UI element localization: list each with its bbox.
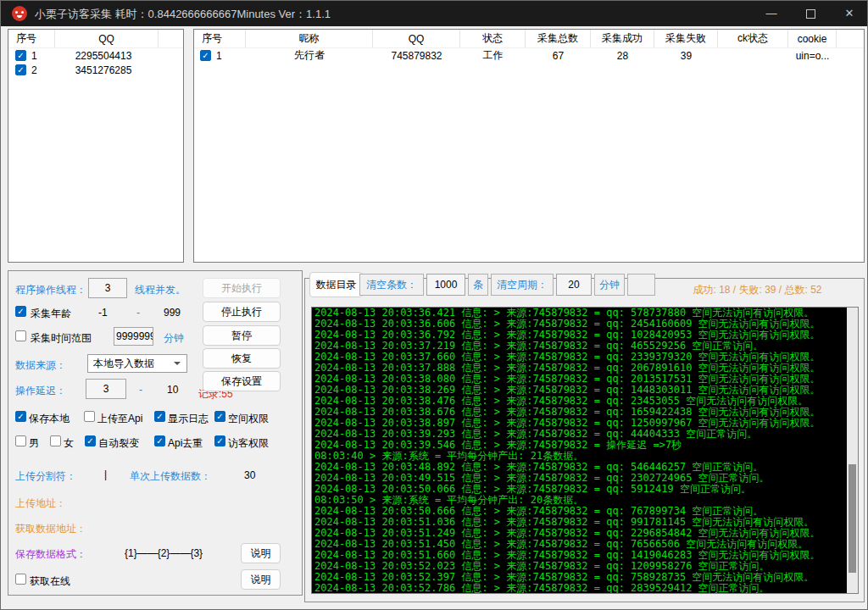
data-source-value: 本地导入数据 — [93, 357, 154, 371]
column-header-cookie[interactable]: cookie — [788, 30, 837, 47]
male-checkbox[interactable] — [15, 435, 26, 446]
accounts-list-header: 序号 QQ — [8, 30, 183, 48]
upload-api-checkbox[interactable] — [84, 411, 95, 422]
worker-row[interactable]: 1 先行者 745879832 工作 67 28 39 uin=o... — [194, 48, 864, 63]
delay-input[interactable]: 3 — [86, 379, 126, 399]
data-dir-button[interactable]: 数据目录 — [309, 272, 363, 297]
column-header-status[interactable]: 状态 — [460, 30, 526, 47]
show-log-label: 显示日志 — [168, 412, 209, 426]
stats-label: 成功: 18 / 失败: 39 / 总数: 52 — [658, 283, 857, 297]
auto-fission-checkbox[interactable] — [85, 435, 96, 446]
row-checkbox[interactable] — [200, 50, 211, 61]
data-source-label: 数据来源： — [15, 358, 66, 373]
upload-address-label: 上传地址： — [15, 496, 66, 511]
save-format-label: 保存数据格式： — [15, 547, 86, 562]
column-header-success[interactable]: 采集成功 — [591, 30, 654, 47]
time-range-checkbox[interactable] — [15, 330, 26, 341]
clear-count-input[interactable]: 1000 — [426, 274, 465, 296]
column-header-fail[interactable]: 采集失败 — [654, 30, 718, 47]
age-checkbox[interactable] — [15, 306, 26, 317]
window-title: 小栗子访客采集 耗时：0.8442666666667Minutes Ver：1.… — [35, 7, 331, 22]
visitor-perm-checkbox[interactable] — [214, 435, 225, 446]
row-index: 1 — [216, 50, 246, 62]
save-local-label: 保存本地 — [29, 412, 70, 426]
minimize-button[interactable]: — — [752, 1, 791, 26]
split-char-value[interactable]: | — [104, 469, 107, 480]
chevron-down-icon — [174, 362, 181, 369]
log-line: 2024-08-13 20:03:52.786 信息: > 来源:7458798… — [312, 583, 858, 594]
api-dedup-checkbox[interactable] — [154, 435, 165, 446]
delay-label: 操作延迟： — [15, 384, 66, 398]
row-success: 28 — [591, 50, 654, 62]
column-header-qq[interactable]: QQ — [55, 30, 159, 47]
show-log-checkbox[interactable] — [154, 411, 165, 422]
resume-button[interactable]: 恢复 — [203, 348, 281, 369]
row-nickname: 先行者 — [246, 48, 373, 63]
maximize-button[interactable] — [791, 1, 830, 26]
app-icon — [12, 6, 27, 21]
format-help-button[interactable]: 说明 — [241, 543, 281, 563]
age-min-value[interactable]: -1 — [98, 307, 108, 319]
male-label: 男 — [29, 436, 39, 451]
clear-cycle-label: 清空周期： — [491, 274, 554, 296]
column-header-nickname[interactable]: 昵称 — [246, 30, 373, 47]
log-terminal: 2024-08-13 20:03:36.421 信息: > 来源:7458798… — [311, 307, 859, 594]
column-header-total[interactable]: 采集总数 — [526, 30, 591, 47]
thread-label: 程序操作线程： — [15, 283, 86, 297]
stop-button[interactable]: 停止执行 — [203, 302, 281, 322]
row-checkbox[interactable] — [15, 50, 26, 61]
batch-size-label: 单次上传数据数： — [130, 469, 211, 484]
app-window: 小栗子访客采集 耗时：0.8442666666667Minutes Ver：1.… — [0, 0, 868, 610]
batch-size-value[interactable]: 30 — [244, 469, 255, 481]
clear-count-unit-label: 条 — [468, 274, 488, 296]
column-header-blank — [159, 30, 183, 47]
row-checkbox[interactable] — [15, 64, 26, 75]
get-online-label: 获取在线 — [30, 574, 70, 589]
column-header-index[interactable]: 序号 — [194, 30, 246, 47]
row-index: 2 — [31, 64, 53, 76]
column-header-ck[interactable]: ck状态 — [718, 30, 788, 47]
get-online-checkbox[interactable] — [15, 574, 26, 585]
scrollbar-thumb[interactable] — [849, 464, 856, 573]
fetch-address-label: 获取数据地址： — [15, 522, 86, 536]
workers-list-header: 序号 昵称 QQ 状态 采集总数 采集成功 采集失败 ck状态 cookie — [194, 30, 864, 48]
data-source-select[interactable]: 本地导入数据 — [87, 354, 187, 373]
row-qq: 3451276285 — [53, 64, 153, 76]
save-format-value[interactable]: {1}——{2}——{3} — [125, 547, 203, 559]
thread-input[interactable]: 3 — [88, 278, 127, 298]
row-qq: 2295504413 — [53, 50, 153, 62]
split-char-label: 上传分割符： — [15, 469, 76, 484]
column-header-qq[interactable]: QQ — [373, 30, 460, 47]
space-perm-checkbox[interactable] — [214, 411, 225, 422]
clear-cycle-input[interactable]: 20 — [556, 274, 592, 296]
time-range-label: 采集时间范围 — [31, 331, 92, 346]
column-header-blank — [837, 30, 864, 47]
save-settings-button[interactable]: 保存设置 — [203, 371, 281, 391]
female-label: 女 — [64, 436, 74, 451]
log-scrollbar[interactable] — [847, 308, 858, 593]
column-header-index[interactable]: 序号 — [8, 30, 55, 47]
delay-dash: - — [139, 384, 142, 396]
time-range-unit-label: 分钟 — [164, 331, 184, 346]
online-help-button[interactable]: 说明 — [241, 569, 281, 590]
space-perm-label: 空间权限 — [228, 412, 269, 426]
account-row[interactable]: 1 2295504413 — [8, 48, 183, 63]
maximize-icon — [806, 9, 815, 19]
auto-fission-label: 自动裂变 — [98, 436, 139, 451]
female-checkbox[interactable] — [50, 435, 61, 446]
close-button[interactable]: ✕ — [830, 1, 868, 26]
save-local-checkbox[interactable] — [15, 411, 26, 422]
age-max-value[interactable]: 999 — [164, 307, 181, 319]
row-status: 工作 — [460, 48, 526, 63]
api-dedup-label: Api去重 — [168, 436, 203, 451]
row-total: 67 — [526, 50, 591, 62]
time-range-input[interactable]: 99999999 — [114, 327, 153, 346]
accounts-list: 序号 QQ 1 2295504413 2 3451276285 — [8, 29, 184, 263]
start-button[interactable]: 开始执行 — [203, 278, 281, 298]
delay-max-value[interactable]: 10 — [167, 384, 178, 396]
pause-button[interactable]: 暂停 — [203, 325, 281, 346]
row-fail: 39 — [654, 50, 718, 62]
account-row[interactable]: 2 3451276285 — [8, 63, 183, 77]
visitor-perm-label: 访客权限 — [228, 436, 269, 451]
age-label: 采集年龄 — [31, 307, 71, 321]
